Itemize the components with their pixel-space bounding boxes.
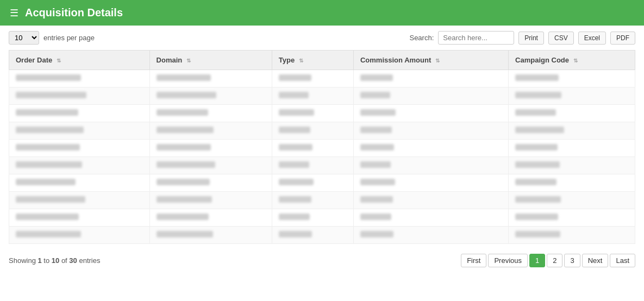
sort-icon-campaign: ⇅ (573, 58, 578, 64)
table-cell (272, 122, 353, 140)
col-commission-amount[interactable]: Commission Amount ⇅ (353, 51, 508, 70)
col-commission-amount-label: Commission Amount (360, 56, 431, 64)
table-header-row: Order Date ⇅ Domain ⇅ Type ⇅ Commission … (9, 51, 635, 70)
col-campaign-code[interactable]: Campaign Code ⇅ (509, 51, 635, 70)
next-page-button[interactable]: Next (582, 254, 609, 267)
table-cell (9, 192, 150, 209)
pagination: First Previous 1 2 3 Next Last (461, 254, 635, 267)
table-row (9, 87, 635, 105)
table-cell (149, 87, 272, 105)
table-cell (149, 157, 272, 174)
search-label: Search: (409, 34, 434, 42)
table-cell (149, 122, 272, 140)
table-cell (353, 174, 508, 192)
page-title: Acquisition Details (25, 7, 123, 19)
table-cell (149, 209, 272, 227)
toolbar: 10 25 50 100 entries per page Search: Pr… (0, 26, 644, 50)
table-footer: Showing 1 to 10 of 30 entries First Prev… (0, 248, 644, 273)
table-row (9, 70, 635, 87)
table-cell (353, 105, 508, 122)
print-button[interactable]: Print (518, 32, 544, 45)
table-cell (272, 174, 353, 192)
toolbar-right: Search: Print CSV Excel PDF (409, 31, 635, 45)
table-cell (509, 140, 635, 157)
col-type-label: Type (279, 56, 295, 64)
previous-page-button[interactable]: Previous (488, 254, 528, 267)
table-cell (9, 140, 150, 157)
table-cell (9, 174, 150, 192)
last-page-button[interactable]: Last (610, 254, 635, 267)
col-domain[interactable]: Domain ⇅ (149, 51, 272, 70)
table-cell (9, 87, 150, 105)
table-cell (149, 105, 272, 122)
table-cell (272, 209, 353, 227)
table-cell (353, 122, 508, 140)
table-cell (353, 192, 508, 209)
table-cell (272, 227, 353, 244)
page-3-button[interactable]: 3 (564, 254, 580, 267)
table-cell (149, 227, 272, 244)
csv-button[interactable]: CSV (548, 32, 574, 45)
table-cell (509, 192, 635, 209)
table-cell (353, 87, 508, 105)
menu-icon: ☰ (10, 7, 18, 19)
table-cell (272, 140, 353, 157)
sort-icon-commission: ⇅ (435, 58, 440, 64)
page-1-button[interactable]: 1 (529, 254, 545, 267)
table-row (9, 174, 635, 192)
sort-icon-domain: ⇅ (186, 58, 191, 64)
table-cell (353, 157, 508, 174)
col-order-date[interactable]: Order Date ⇅ (9, 51, 150, 70)
table-cell (509, 70, 635, 87)
table-wrapper: Order Date ⇅ Domain ⇅ Type ⇅ Commission … (0, 50, 644, 244)
table-row (9, 209, 635, 227)
table-cell (353, 227, 508, 244)
table-cell (353, 209, 508, 227)
table-cell (149, 140, 272, 157)
table-cell (272, 157, 353, 174)
table-cell (272, 192, 353, 209)
search-input[interactable] (438, 31, 514, 45)
table-cell (509, 157, 635, 174)
col-domain-label: Domain (157, 56, 183, 64)
table-row (9, 105, 635, 122)
table-cell (9, 227, 150, 244)
table-cell (9, 157, 150, 174)
table-row (9, 157, 635, 174)
table-cell (9, 105, 150, 122)
table-cell (149, 70, 272, 87)
col-order-date-label: Order Date (16, 56, 52, 64)
table-cell (509, 122, 635, 140)
first-page-button[interactable]: First (461, 254, 486, 267)
col-type[interactable]: Type ⇅ (272, 51, 353, 70)
table-cell (509, 209, 635, 227)
table-cell (149, 192, 272, 209)
excel-button[interactable]: Excel (578, 32, 606, 45)
table-cell (9, 70, 150, 87)
table-row (9, 227, 635, 244)
table-cell (272, 87, 353, 105)
toolbar-left: 10 25 50 100 entries per page (9, 31, 95, 45)
table-cell (509, 174, 635, 192)
entries-per-page-select[interactable]: 10 25 50 100 (9, 31, 39, 45)
table-cell (149, 174, 272, 192)
table-row (9, 140, 635, 157)
table-row (9, 122, 635, 140)
table-cell (272, 70, 353, 87)
sort-icon-order-date: ⇅ (57, 58, 61, 64)
entries-label: entries per page (43, 34, 95, 42)
table-cell (353, 140, 508, 157)
app-container: ☰ Acquisition Details 10 25 50 100 entri… (0, 0, 644, 301)
table-cell (9, 122, 150, 140)
table-cell (272, 105, 353, 122)
table-cell (509, 87, 635, 105)
data-table: Order Date ⇅ Domain ⇅ Type ⇅ Commission … (9, 50, 635, 244)
table-cell (509, 227, 635, 244)
table-cell (509, 105, 635, 122)
showing-info: Showing 1 to 10 of 30 entries (9, 256, 100, 265)
page-2-button[interactable]: 2 (547, 254, 562, 267)
page-header: ☰ Acquisition Details (0, 0, 644, 26)
table-cell (9, 209, 150, 227)
table-cell (353, 70, 508, 87)
pdf-button[interactable]: PDF (610, 32, 635, 45)
